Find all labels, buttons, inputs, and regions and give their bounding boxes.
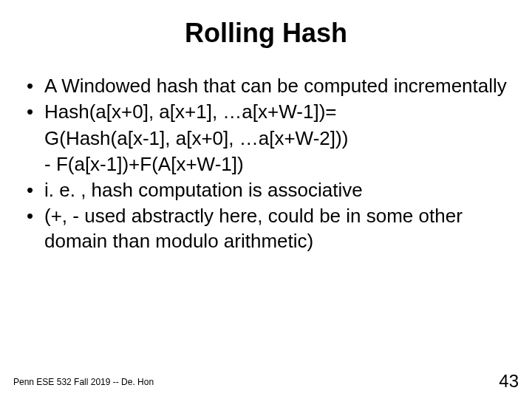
slide-content: A Windowed hash that can be computed inc… xyxy=(22,74,510,253)
bullet-text: (+, - used abstractly here, could be in … xyxy=(44,205,463,251)
bullet-continuation: G(Hash(a[x-1], a[x+0], …a[x+W-2])) xyxy=(22,126,510,151)
bullet-item: i. e. , hash computation is associative xyxy=(22,178,510,202)
bullet-continuation: - F(a[x-1])+F(A[x+W-1]) xyxy=(22,152,510,177)
bullet-item: A Windowed hash that can be computed inc… xyxy=(22,74,510,98)
bullet-text: Hash(a[x+0], a[x+1], …a[x+W-1])= xyxy=(44,100,336,123)
slide-title: Rolling Hash xyxy=(22,18,510,49)
bullet-text: A Windowed hash that can be computed inc… xyxy=(44,75,507,97)
bullet-list: i. e. , hash computation is associative … xyxy=(22,178,510,253)
footer-text: Penn ESE 532 Fall 2019 -- De. Hon xyxy=(13,377,154,387)
bullet-item: Hash(a[x+0], a[x+1], …a[x+W-1])= xyxy=(22,100,510,124)
bullet-item: (+, - used abstractly here, could be in … xyxy=(22,204,510,253)
page-number: 43 xyxy=(499,371,519,392)
slide: Rolling Hash A Windowed hash that can be… xyxy=(0,0,532,399)
bullet-text: i. e. , hash computation is associative xyxy=(44,179,363,201)
bullet-list: A Windowed hash that can be computed inc… xyxy=(22,74,510,125)
